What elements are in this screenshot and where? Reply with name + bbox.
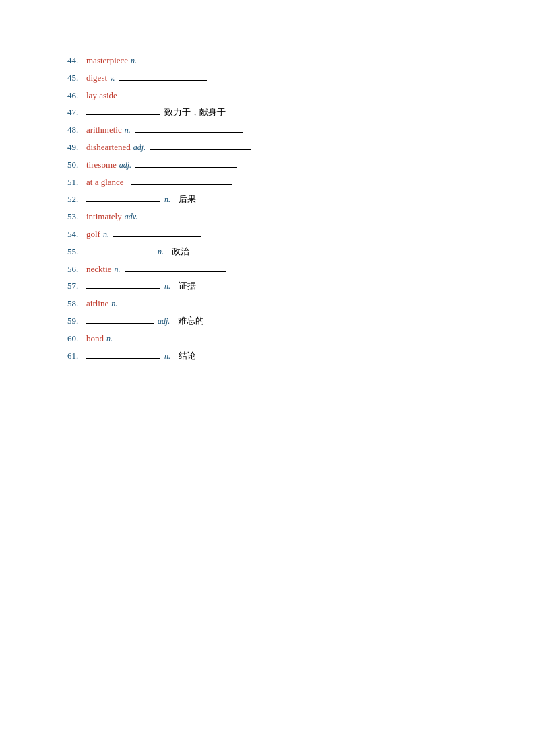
item-chinese: 政治 — [172, 245, 189, 259]
answer-line — [141, 219, 243, 219]
item-word: lay aside — [86, 89, 117, 103]
list-item: 56. necktie n. — [67, 263, 468, 277]
item-word: arithmetic — [86, 123, 122, 137]
answer-line — [125, 271, 226, 272]
list-item: 57. n. 证据 — [67, 279, 468, 294]
item-word: bond — [86, 332, 104, 346]
item-number: 58. — [67, 297, 86, 311]
list-item: 52. n. 后果 — [67, 193, 468, 207]
item-pos: n. — [164, 280, 170, 293]
list-item: 49. disheartened adj. — [67, 141, 468, 155]
item-number: 56. — [67, 263, 86, 277]
item-number: 60. — [67, 332, 86, 346]
list-item: 61. n. 结论 — [67, 349, 468, 364]
item-pos: n. — [115, 263, 121, 276]
item-number: 54. — [67, 228, 86, 242]
item-word: digest — [86, 71, 107, 85]
list-item: 60. bond n. — [67, 332, 468, 346]
list-item: 48. arithmetic n. — [67, 123, 468, 137]
item-pos: adj. — [133, 141, 146, 154]
item-pos: n. — [164, 193, 170, 206]
item-number: 57. — [67, 279, 86, 294]
item-pos: n. — [164, 350, 170, 363]
list-item: 53. intimately adv. — [67, 210, 468, 224]
list-item: 46. lay aside — [67, 89, 468, 103]
item-pos: adv. — [125, 211, 137, 224]
main-content: 44. masterpiece n. 45. digest v. 46. lay… — [0, 0, 535, 393]
item-number: 46. — [67, 89, 86, 103]
item-pos: adj. — [158, 315, 170, 328]
item-chinese: 难忘的 — [178, 314, 204, 329]
answer-line — [86, 201, 160, 202]
answer-line — [86, 358, 160, 359]
item-number: 53. — [67, 210, 86, 224]
item-word: tiresome — [86, 158, 117, 172]
item-chinese: 致力于，献身于 — [164, 106, 226, 120]
item-word: golf — [86, 228, 100, 242]
list-item: 55. n. 政治 — [67, 245, 468, 259]
item-pos: n. — [158, 246, 164, 259]
answer-line — [119, 80, 207, 81]
item-number: 55. — [67, 245, 86, 259]
answer-line — [150, 149, 251, 150]
item-pos: n. — [125, 124, 131, 137]
answer-line — [117, 341, 211, 341]
item-pos: v. — [110, 72, 115, 85]
item-pos: adj. — [119, 159, 131, 172]
item-pos: n. — [103, 228, 109, 241]
item-number: 61. — [67, 349, 86, 364]
item-chinese: 后果 — [179, 193, 196, 207]
item-number: 52. — [67, 193, 86, 207]
item-number: 45. — [67, 71, 86, 85]
answer-line — [86, 288, 160, 289]
item-chinese: 证据 — [179, 279, 196, 294]
item-number: 51. — [67, 176, 86, 190]
item-number: 49. — [67, 141, 86, 155]
answer-line — [86, 254, 154, 254]
vocabulary-list: 44. masterpiece n. 45. digest v. 46. lay… — [67, 54, 468, 363]
list-item: 45. digest v. — [67, 71, 468, 85]
item-chinese: 结论 — [179, 349, 196, 364]
item-number: 48. — [67, 123, 86, 137]
list-item: 47. 致力于，献身于 — [67, 106, 468, 120]
answer-line — [121, 306, 216, 306]
item-pos: n. — [111, 298, 117, 310]
list-item: 44. masterpiece n. — [67, 54, 468, 68]
list-item: 58. airline n. — [67, 297, 468, 311]
list-item: 50. tiresome adj. — [67, 158, 468, 172]
answer-line — [113, 236, 201, 237]
answer-line — [141, 63, 242, 63]
list-item: 51. at a glance — [67, 176, 468, 190]
item-word: masterpiece — [86, 54, 128, 68]
item-number: 50. — [67, 158, 86, 172]
answer-line — [124, 98, 225, 98]
answer-line — [131, 184, 232, 185]
item-word: disheartened — [86, 141, 131, 155]
answer-line — [86, 323, 154, 324]
item-number: 59. — [67, 314, 86, 329]
item-pos: n. — [131, 55, 137, 67]
item-word: at a glance — [86, 176, 124, 190]
item-number: 44. — [67, 54, 86, 68]
answer-line — [86, 114, 160, 115]
item-word: airline — [86, 297, 108, 311]
item-number: 47. — [67, 106, 86, 120]
answer-line — [135, 167, 237, 168]
item-word: intimately — [86, 210, 122, 224]
list-item: 59. adj. 难忘的 — [67, 314, 468, 329]
answer-line — [135, 132, 243, 133]
list-item: 54. golf n. — [67, 228, 468, 242]
item-pos: n. — [106, 333, 113, 345]
item-word: necktie — [86, 263, 112, 277]
